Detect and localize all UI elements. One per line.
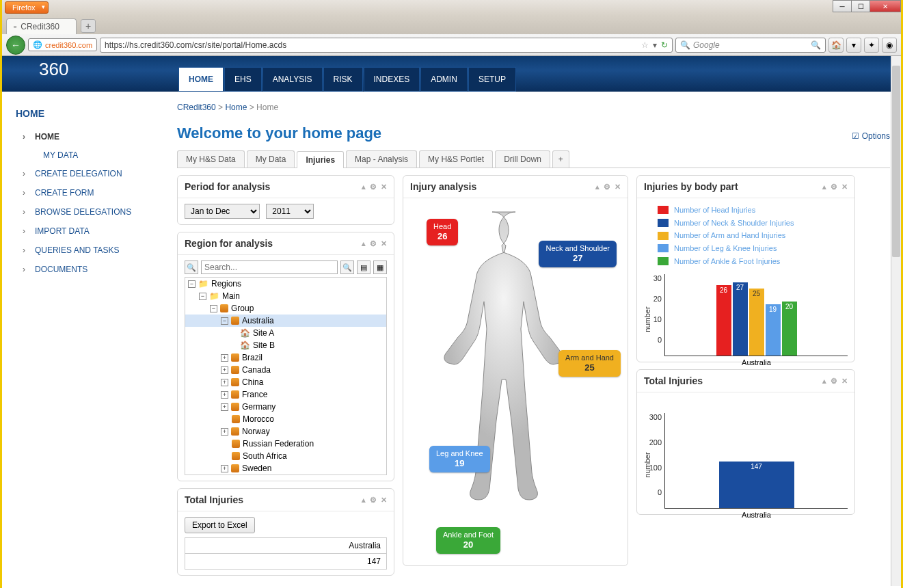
browser-tab[interactable]: ▫ CRedit360 [6, 18, 77, 34]
tree-collapse-icon[interactable]: − [199, 293, 206, 300]
export-excel-button[interactable]: Export to Excel [185, 517, 255, 533]
dropdown-icon[interactable]: ▾ [653, 40, 657, 50]
period-range-select[interactable]: Jan to Dec [185, 204, 260, 219]
gear-icon[interactable]: ⚙ [604, 183, 610, 191]
close-icon[interactable]: ✕ [381, 183, 387, 191]
sidebar-sub-mydata[interactable]: MY DATA [2, 146, 166, 164]
sidebar-item-documents[interactable]: ›DOCUMENTS [2, 260, 166, 279]
page-scrollbar[interactable] [891, 56, 901, 586]
url-bar[interactable]: https://hs.credit360.com/csr/site/portal… [100, 38, 673, 53]
tab-drill-down[interactable]: Drill Down [495, 150, 550, 168]
close-icon[interactable]: ✕ [381, 496, 387, 505]
gear-icon[interactable]: ⚙ [831, 183, 837, 191]
org-icon [232, 415, 240, 423]
tree-expand-icon[interactable]: + [221, 403, 228, 411]
view-list-icon[interactable]: ▤ [357, 260, 370, 274]
tree-collapse-icon[interactable]: − [221, 317, 228, 325]
tab-my-hs-portlet[interactable]: My H&S Portlet [419, 150, 493, 168]
nav-back-button[interactable]: ← [6, 36, 25, 55]
home-icon[interactable]: 🏠 [828, 38, 844, 53]
org-icon [231, 427, 239, 436]
collapse-icon[interactable]: ▴ [822, 183, 826, 191]
gear-icon[interactable]: ⚙ [831, 377, 837, 386]
view-tree-icon[interactable]: ▦ [373, 260, 387, 274]
close-icon[interactable]: ✕ [381, 239, 387, 248]
injury-label-arm[interactable]: Arm and Hand25 [558, 350, 621, 377]
nav-admin[interactable]: ADMIN [420, 67, 468, 92]
sidebar-item-create-delegation[interactable]: ›CREATE DELEGATION [2, 164, 166, 183]
tree-collapse-icon[interactable]: − [210, 305, 217, 312]
reload-icon[interactable]: ↻ [661, 40, 668, 50]
collapse-icon[interactable]: ▴ [362, 183, 366, 191]
nav-risk[interactable]: RISK [323, 67, 363, 92]
nav-analysis[interactable]: ANALYSIS [262, 67, 323, 92]
window-minimize-button[interactable]: ─ [833, 0, 852, 12]
scrollbar-thumb[interactable] [892, 66, 900, 257]
addon-icon[interactable]: ✦ [864, 38, 879, 53]
search-icon[interactable]: 🔍 [185, 260, 198, 274]
tab-my-hs-data[interactable]: My H&S Data [177, 150, 245, 168]
gear-icon[interactable]: ⚙ [370, 183, 377, 191]
search-go-icon[interactable]: 🔍 [340, 260, 354, 274]
nav-setup[interactable]: SETUP [468, 67, 516, 92]
sidebar: HOME ›HOME MY DATA ›CREATE DELEGATION ›C… [2, 56, 166, 588]
org-icon [231, 317, 239, 325]
collapse-icon[interactable]: ▴ [822, 377, 826, 386]
bar-neck[interactable]: 27 [733, 282, 748, 356]
window-maximize-button[interactable]: ☐ [851, 0, 870, 12]
browser-search-input[interactable]: 🔍Google🔍 [675, 38, 826, 53]
close-icon[interactable]: ✕ [615, 183, 621, 191]
tree-expand-icon[interactable]: + [221, 379, 228, 386]
gear-icon[interactable]: ⚙ [370, 239, 377, 248]
tab-injuries[interactable]: Injuries [297, 151, 344, 168]
bookmark-star-icon[interactable]: ☆ [641, 40, 649, 50]
tree-expand-icon[interactable]: + [221, 428, 228, 436]
bar-head[interactable]: 26 [716, 285, 731, 356]
portlet-injuries-by-part: Injuries by body part ▴⚙✕ Number of Head… [636, 175, 855, 362]
gear-icon[interactable]: ⚙ [370, 496, 377, 505]
period-year-select[interactable]: 2011 [266, 204, 314, 219]
sidebar-item-create-form[interactable]: ›CREATE FORM [2, 183, 166, 202]
tab-add-button[interactable]: + [552, 150, 569, 168]
crumb-mid[interactable]: Home [225, 103, 247, 112]
close-icon[interactable]: ✕ [841, 377, 848, 386]
nav-ehs[interactable]: EHS [224, 67, 262, 92]
sidebar-item-import-data[interactable]: ›IMPORT DATA [2, 222, 166, 241]
tree-expand-icon[interactable]: + [221, 354, 228, 362]
tree-expand-icon[interactable]: + [221, 366, 228, 374]
bar-leg[interactable]: 19 [766, 304, 781, 356]
site-identity[interactable]: 🌐credit360.com [28, 38, 97, 51]
bar-arm[interactable]: 25 [749, 289, 764, 356]
new-tab-button[interactable]: + [81, 19, 96, 33]
close-icon[interactable]: ✕ [841, 183, 848, 191]
nav-indexes[interactable]: INDEXES [364, 67, 420, 92]
tree-collapse-icon[interactable]: − [188, 280, 196, 288]
tree-expand-icon[interactable]: + [221, 465, 228, 472]
bookmarks-icon[interactable]: ▾ [846, 38, 861, 53]
window-close-button[interactable]: ✕ [870, 0, 901, 12]
injury-label-head[interactable]: Head26 [427, 219, 458, 245]
addon2-icon[interactable]: ◉ [882, 38, 897, 53]
injury-label-ankle[interactable]: Ankle and Foot20 [436, 527, 500, 554]
firefox-menu-button[interactable]: Firefox [5, 1, 49, 14]
injury-label-neck[interactable]: Neck and Shoulder27 [539, 241, 617, 267]
sidebar-item-home[interactable]: ›HOME [2, 127, 166, 146]
collapse-icon[interactable]: ▴ [362, 496, 366, 505]
bar-total[interactable]: 147 [719, 462, 794, 508]
sidebar-item-queries[interactable]: ›QUERIES AND TASKS [2, 241, 166, 260]
bar-ankle[interactable]: 20 [782, 302, 797, 356]
options-link[interactable]: Options [852, 131, 890, 141]
collapse-icon[interactable]: ▴ [362, 239, 366, 248]
search-go-icon[interactable]: 🔍 [811, 40, 821, 50]
tree-expand-icon[interactable]: + [221, 391, 228, 399]
nav-home[interactable]: HOME [178, 67, 224, 92]
sidebar-item-browse-delegations[interactable]: ›BROWSE DELEGATIONS [2, 202, 166, 222]
tab-my-data[interactable]: My Data [247, 150, 295, 168]
collapse-icon[interactable]: ▴ [595, 183, 599, 191]
crumb-root[interactable]: CRedit360 [177, 103, 216, 112]
injury-label-leg[interactable]: Leg and Knee19 [429, 446, 490, 472]
tab-map-analysis[interactable]: Map - Analysis [346, 150, 417, 168]
region-search-input[interactable] [201, 260, 338, 274]
portlet-title: Region for analysis [185, 238, 273, 249]
region-tree[interactable]: −📁Regions −📁Main −Group −Australia 🏠Site… [185, 277, 387, 475]
